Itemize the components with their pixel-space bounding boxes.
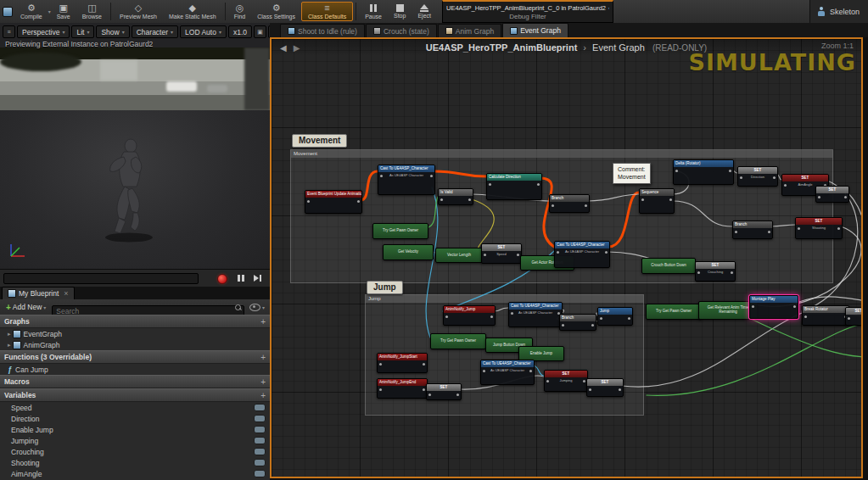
preview-mesh-button[interactable]: ◇ Preview Mesh xyxy=(114,0,163,23)
node-sequence[interactable]: Sequence xyxy=(639,188,675,214)
list-item-can-jump[interactable]: ƒCan Jump xyxy=(0,364,270,375)
lit-dropdown[interactable]: Lit ▾ xyxy=(71,25,94,38)
node-jump[interactable]: Jump xyxy=(597,307,633,326)
doc-tab-icon xyxy=(288,27,295,35)
node-header: Branch xyxy=(733,221,772,228)
node-cast-to-ue4asp-character[interactable]: Cast To UE4ASP_CharacterAs UE4ASP Charac… xyxy=(554,241,610,268)
stop-button[interactable]: Stop xyxy=(388,0,412,23)
make-static-mesh-button[interactable]: ◆ Make Static Mesh xyxy=(163,0,222,23)
show-dropdown[interactable]: Show ▾ xyxy=(96,25,129,38)
node-set-jumping[interactable]: SETJumping xyxy=(544,370,588,392)
record-button[interactable] xyxy=(217,274,227,284)
node-set[interactable]: SET xyxy=(815,186,849,203)
unreal-editor-window: ⚙ Compile ▾ ▣ Save ◫ Browse ◇ Preview Me… xyxy=(0,0,868,480)
node-branch[interactable]: Branch xyxy=(549,194,590,213)
list-item-enable-jump[interactable]: Enable Jump xyxy=(0,424,270,435)
node-animnotify-jump[interactable]: AnimNotify_Jump xyxy=(443,305,496,326)
expand-arrow-icon[interactable]: ▸ xyxy=(8,331,11,338)
step-forward-button[interactable] xyxy=(254,275,261,282)
add-icon[interactable]: + xyxy=(260,317,266,327)
list-item-animgraph[interactable]: ▸AnimGraph xyxy=(0,339,270,350)
list-item-direction[interactable]: Direction xyxy=(0,413,270,424)
node-is-valid[interactable]: Is Valid xyxy=(438,188,473,205)
preview-viewport[interactable]: ≡ Perspective ▾ Lit ▾ Show ▾ Character ▾… xyxy=(0,23,270,287)
lod-auto-dropdown[interactable]: LOD Auto ▾ xyxy=(180,25,227,38)
node-branch[interactable]: Branch xyxy=(732,220,773,239)
perspective-dropdown[interactable]: Perspective ▾ xyxy=(17,25,70,38)
skeleton-button[interactable]: Skeleton xyxy=(830,8,860,16)
list-item-eventgraph[interactable]: ▸EventGraph xyxy=(0,328,270,339)
section-header-functions-3-overridable[interactable]: Functions (3 Overridable)+ xyxy=(0,350,270,364)
node-crouch-button-down[interactable]: Crouch Button Down xyxy=(641,258,696,274)
line xyxy=(11,248,20,256)
node-set-direction[interactable]: SETDirection xyxy=(737,166,778,187)
list-item-aimangle[interactable]: AimAngle xyxy=(0,468,270,479)
add-new-button[interactable]: + Add New ▾ xyxy=(3,302,49,313)
node-cast-to-ue4asp-character[interactable]: Cast To UE4ASP_CharacterAs UE4ASP Charac… xyxy=(508,302,563,327)
node-set[interactable]: SET xyxy=(845,307,861,326)
doc-tab-event-graph[interactable]: Event Graph xyxy=(502,23,568,37)
timeline-scrubber[interactable] xyxy=(3,273,199,284)
node-montage-play[interactable]: Montage Play xyxy=(749,295,798,319)
doc-tab-crouch-state[interactable]: Crouch (state) xyxy=(366,24,437,37)
add-icon[interactable]: + xyxy=(260,377,266,387)
list-item-jumping[interactable]: Jumping xyxy=(0,435,270,446)
node-calculate-direction[interactable]: Calculate Direction xyxy=(486,173,542,200)
comment-chip-jump[interactable]: Jump xyxy=(367,281,403,294)
node-vector-length[interactable]: Vector Length xyxy=(435,248,483,263)
node-set-crouching[interactable]: SETCrouching xyxy=(695,261,736,282)
close-icon[interactable]: × xyxy=(64,290,68,298)
node-try-get-pawn-owner[interactable]: Try Get Pawn Owner xyxy=(430,333,486,349)
tab-my-blueprint[interactable]: My Blueprint × xyxy=(2,287,75,299)
list-item-speed[interactable]: Speed xyxy=(0,402,270,413)
node-delta-rotator[interactable]: Delta (Rotator) xyxy=(673,159,734,185)
node-cast-to-ue4asp-character[interactable]: Cast To UE4ASP_CharacterAs UE4ASP Charac… xyxy=(378,165,435,195)
item-label: Crouching xyxy=(11,448,44,456)
breadcrumb-blueprint-name[interactable]: UE4ASP_HeroTPP_AnimBlueprint xyxy=(426,42,577,53)
breadcrumb-graph-name[interactable]: Event Graph xyxy=(592,42,645,53)
node-branch[interactable]: Branch xyxy=(559,314,596,331)
debug-target-dropdown[interactable]: UE4ASP_HeroTPP_AnimBlueprint_C_0 in Patr… xyxy=(442,0,613,23)
browse-button[interactable]: ◫ Browse xyxy=(76,0,108,23)
playback-speed-button[interactable]: x1.0 xyxy=(228,25,252,38)
node-set-speed[interactable]: SETSpeed xyxy=(481,243,522,264)
doc-tab-anim-graph[interactable]: Anim Graph xyxy=(438,24,501,37)
comment-chip-movement[interactable]: Movement xyxy=(292,134,347,148)
list-item-shooting[interactable]: Shooting xyxy=(0,457,270,468)
nav-forward-icon[interactable]: ▶ xyxy=(294,43,300,53)
add-icon[interactable]: + xyxy=(260,353,266,362)
compile-button[interactable]: ⚙ Compile xyxy=(14,0,48,23)
node-event-blueprint-update-animation[interactable]: Event Blueprint Update Animation xyxy=(305,190,362,214)
save-button[interactable]: ▣ Save xyxy=(51,0,76,23)
camera-icon[interactable]: ▣ xyxy=(254,25,266,38)
pause-button[interactable]: Pause xyxy=(359,0,388,23)
node-try-get-pawn-owner[interactable]: Try Get Pawn Owner xyxy=(372,223,428,239)
node-animnotify-jumpstart[interactable]: AnimNotify_JumpStart xyxy=(377,353,428,373)
node-try-get-pawn-owner[interactable]: Try Get Pawn Owner xyxy=(646,304,702,320)
add-icon[interactable]: + xyxy=(260,391,266,400)
section-header-macros[interactable]: Macros+ xyxy=(0,375,270,388)
node-set[interactable]: SET xyxy=(426,383,462,400)
background-building xyxy=(100,60,137,81)
node-break-rotator[interactable]: Break Rotator xyxy=(802,305,849,326)
eject-button[interactable]: Eject xyxy=(412,0,437,23)
expand-arrow-icon[interactable]: ▸ xyxy=(8,342,11,349)
nav-back-icon[interactable]: ◀ xyxy=(280,43,287,53)
visibility-filter-button[interactable]: ▾ xyxy=(247,304,267,311)
graph-canvas[interactable]: Movement Jump xyxy=(272,39,861,477)
viewport-menu-icon[interactable]: ≡ xyxy=(3,25,15,38)
node-cast-to-ue4asp-character[interactable]: Cast To UE4ASP_CharacterAs UE4ASP Charac… xyxy=(480,360,535,385)
class-settings-button[interactable]: ⚙ Class Settings xyxy=(251,0,301,23)
section-header-variables[interactable]: Variables+ xyxy=(0,388,270,402)
pause-playback-button[interactable] xyxy=(238,275,244,282)
section-header-graphs[interactable]: Graphs+ xyxy=(0,315,270,328)
character-dropdown[interactable]: Character ▾ xyxy=(132,25,178,38)
node-animnotify-jumpend[interactable]: AnimNotify_JumpEnd xyxy=(377,378,428,399)
list-item-crouching[interactable]: Crouching xyxy=(0,446,270,457)
node-set-shooting[interactable]: SETShooting xyxy=(795,217,843,239)
class-defaults-button[interactable]: ≡ Class Defaults xyxy=(301,2,353,21)
find-button[interactable]: ◎ Find xyxy=(228,0,252,23)
doc-tab-shoot-to-idle-rule[interactable]: Shoot to Idle (rule) xyxy=(280,24,365,37)
node-get-velocity[interactable]: Get Velocity xyxy=(383,244,434,260)
node-set[interactable]: SET xyxy=(586,378,624,397)
